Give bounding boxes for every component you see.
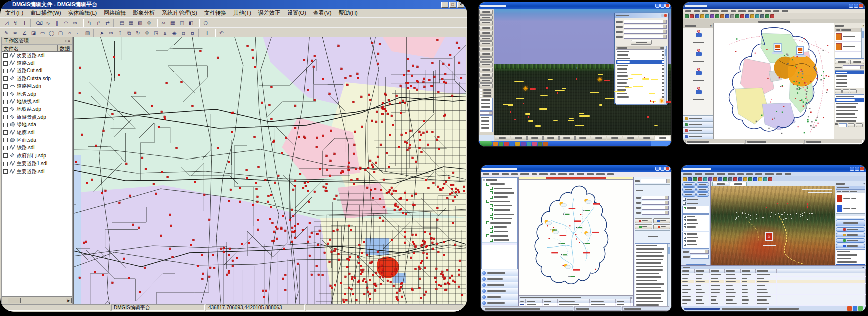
- weather-section-bar[interactable]: [481, 282, 518, 288]
- maximize-button[interactable]: [855, 167, 859, 171]
- toolbar-icon[interactable]: [715, 14, 719, 18]
- ok-button[interactable]: [848, 123, 855, 127]
- user-shortcut[interactable]: [683, 30, 713, 47]
- toolbar-icon[interactable]: [698, 177, 702, 181]
- minimize-button[interactable]: [655, 4, 660, 8]
- minimize-button[interactable]: _: [441, 2, 448, 8]
- action-button[interactable]: [836, 233, 865, 237]
- speed-combo[interactable]: [690, 250, 709, 254]
- section-bar[interactable]: [683, 133, 713, 139]
- map-viewport[interactable]: [73, 37, 466, 304]
- tray-icon[interactable]: [847, 306, 852, 311]
- tab-map[interactable]: [712, 182, 729, 186]
- save-layer-button[interactable]: ▦: [127, 19, 135, 27]
- layer-checkbox[interactable]: [3, 153, 8, 158]
- nav-button[interactable]: [682, 182, 696, 187]
- file-row[interactable]: 主要道路.sdl: [2, 168, 72, 175]
- toolbar-icon[interactable]: [770, 14, 774, 18]
- toolbar-icon[interactable]: [728, 177, 732, 181]
- toolbar-icon[interactable]: [723, 177, 727, 181]
- filter-combo[interactable]: [642, 196, 669, 200]
- terrain-tool-button[interactable]: [479, 52, 493, 57]
- file-row[interactable]: 次要道路.sdl: [2, 52, 72, 59]
- toolbar-icon[interactable]: [745, 14, 749, 18]
- tree-node[interactable]: [482, 208, 517, 212]
- menu-item-8[interactable]: 误差效正: [258, 9, 280, 17]
- panel-close-icon[interactable]: ×: [710, 24, 712, 27]
- grid-display-button[interactable]: ▦: [168, 19, 177, 27]
- panel-horizontal-scrollbar[interactable]: ▶: [2, 297, 72, 304]
- export-button[interactable]: [635, 224, 652, 229]
- terrain-tool-button[interactable]: [479, 26, 493, 31]
- terrain-tool-button[interactable]: [479, 15, 493, 20]
- terrain-bottom-tab[interactable]: [623, 136, 638, 140]
- center-view-button[interactable]: ✛: [203, 29, 211, 37]
- tree-node[interactable]: [482, 186, 517, 191]
- close-button[interactable]: ✕: [457, 2, 464, 8]
- menu-item-9[interactable]: 设置(O): [287, 9, 306, 17]
- nav-button[interactable]: [696, 192, 709, 197]
- layer-checkbox[interactable]: [3, 123, 8, 127]
- layer-row[interactable]: [836, 260, 865, 264]
- arc-tool-button[interactable]: ◠: [62, 19, 70, 27]
- nav-button[interactable]: [682, 187, 696, 192]
- toolbar-icon[interactable]: [743, 177, 747, 181]
- select-tool-button[interactable]: ◿: [2, 19, 11, 27]
- terrain-tool-button[interactable]: [479, 31, 493, 36]
- bulletin-row[interactable]: [635, 254, 670, 258]
- attribute-row[interactable]: [681, 295, 866, 298]
- dialog-combo[interactable]: [624, 25, 667, 29]
- bulletin-row[interactable]: [635, 272, 670, 275]
- toolbar-icon[interactable]: [705, 14, 709, 18]
- weather-section-bar[interactable]: [481, 300, 518, 306]
- toolbar-icon[interactable]: [693, 177, 697, 181]
- menu-item-11[interactable]: 帮助(H): [339, 9, 358, 17]
- file-row[interactable]: 道路Cutsta.sdp: [2, 75, 72, 82]
- layer-checkbox[interactable]: [3, 146, 8, 150]
- terrain-bottom-tab[interactable]: [527, 136, 543, 140]
- image-attach-button[interactable]: ⧈: [179, 29, 188, 37]
- event-row[interactable]: [836, 203, 865, 213]
- locate-button[interactable]: [850, 60, 865, 64]
- layer-checkbox[interactable]: [3, 61, 8, 66]
- toolbar-icon[interactable]: [708, 177, 712, 181]
- bulletin-row[interactable]: [635, 261, 670, 265]
- bulletin-row[interactable]: [635, 300, 670, 303]
- scrollbar-thumb[interactable]: [8, 298, 21, 303]
- terrain-bottom-tab[interactable]: [559, 136, 575, 140]
- layer-checkbox[interactable]: [3, 115, 8, 119]
- toolbar-icon[interactable]: [720, 14, 724, 18]
- merge-region-button[interactable]: ◧: [187, 19, 195, 27]
- filter-combo[interactable]: [642, 206, 669, 210]
- bulletin-row[interactable]: [635, 251, 670, 254]
- title-bar[interactable]: DMGIS编辑文件 - DMGIS编辑平台 _ □ ✕: [0, 0, 467, 9]
- vertex-edit-button[interactable]: ↯: [11, 19, 20, 27]
- disaster-marker-icon[interactable]: ♨: [765, 232, 773, 241]
- record-row[interactable]: [835, 105, 864, 109]
- entity-link-button[interactable]: ∾: [159, 19, 168, 27]
- tree-node[interactable]: ⊞: [482, 178, 517, 182]
- snap-toggle-button[interactable]: ✂: [71, 19, 79, 27]
- nav-button[interactable]: [682, 192, 696, 197]
- user-shortcut[interactable]: [683, 87, 713, 104]
- disaster-title-bar[interactable]: [681, 165, 866, 172]
- thematic-title-bar[interactable]: [683, 2, 865, 9]
- attribute-row[interactable]: [681, 302, 866, 306]
- layer-list-row[interactable]: [835, 74, 864, 78]
- taskbar-task-button[interactable]: [532, 142, 537, 146]
- draw-line-button[interactable]: ∿: [44, 19, 52, 27]
- maximize-button[interactable]: [854, 4, 858, 8]
- style-brush-button[interactable]: ✎: [2, 29, 11, 37]
- bulletin-row[interactable]: [635, 279, 670, 282]
- disaster-3d-viewport[interactable]: ♨: [711, 186, 835, 265]
- bulletin-row[interactable]: [635, 258, 670, 261]
- toolbar-icon[interactable]: [760, 14, 764, 18]
- terrain-bottom-tab[interactable]: [655, 136, 670, 140]
- toolbar-icon[interactable]: [765, 14, 769, 18]
- section-bar[interactable]: [683, 127, 713, 133]
- layer-list-row[interactable]: [835, 78, 864, 81]
- weather-section-bar[interactable]: [481, 276, 518, 282]
- dialog-list-row[interactable]: [616, 50, 666, 53]
- record-row[interactable]: [835, 102, 864, 105]
- terrain-tool-button[interactable]: [479, 62, 493, 67]
